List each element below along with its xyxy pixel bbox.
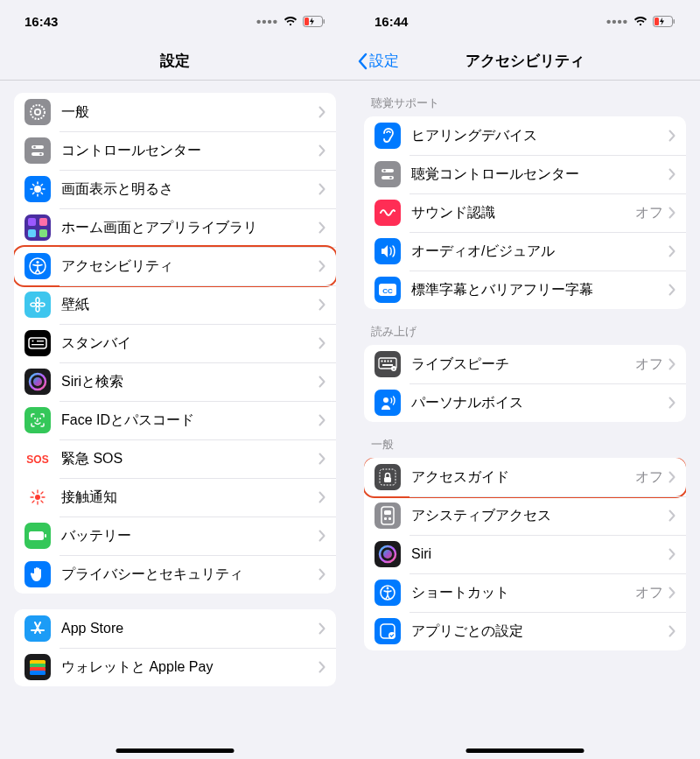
row-accessibility[interactable]: アクセシビリティ: [14, 247, 336, 285]
row-label: バッテリー: [61, 527, 318, 545]
svg-line-17: [41, 185, 43, 186]
row-battery[interactable]: バッテリー: [14, 517, 336, 555]
svg-line-48: [41, 492, 43, 494]
svg-rect-2: [324, 19, 326, 24]
row-label: 緊急 SOS: [61, 450, 318, 468]
switches-icon: [24, 137, 51, 164]
row-ear[interactable]: ヒアリングデバイス: [364, 116, 686, 155]
row-standby[interactable]: スタンバイ: [14, 324, 336, 362]
svg-rect-73: [382, 364, 393, 366]
row-per-app[interactable]: アプリごとの設定: [364, 612, 686, 650]
row-label: オーディオ/ビジュアル: [411, 242, 668, 261]
row-grid[interactable]: ホーム画面とアプリライブラリ: [14, 208, 336, 247]
svg-point-28: [31, 303, 36, 306]
page-title: 設定: [160, 51, 190, 71]
svg-rect-58: [30, 671, 46, 675]
settings-group: 一般 コントロールセンター 画面表示と明るさ ホーム画面とアプリライブラリ アク…: [14, 93, 336, 594]
accessibility-list[interactable]: 聴覚サポート ヒアリングデバイス 聴覚コントロールセンター サウンド認識 オフ …: [350, 81, 700, 759]
row-label: Siri: [411, 546, 668, 562]
row-hand[interactable]: プライバシーとセキュリティ: [14, 555, 336, 594]
settings-group: App Store ウォレットと Apple Pay: [14, 609, 336, 686]
home-indicator[interactable]: [116, 748, 234, 753]
settings-list[interactable]: 一般 コントロールセンター 画面表示と明るさ ホーム画面とアプリライブラリ アク…: [0, 81, 350, 759]
back-button[interactable]: 設定: [357, 51, 399, 71]
svg-point-87: [387, 587, 389, 590]
row-status: オフ: [635, 584, 663, 602]
battery-icon: [24, 523, 51, 549]
row-gear[interactable]: 一般: [14, 93, 336, 131]
wave-icon: [374, 200, 401, 226]
row-sos[interactable]: SOS 緊急 SOS: [14, 439, 336, 478]
svg-line-46: [41, 501, 43, 502]
svg-line-14: [33, 185, 35, 186]
section-header: 読み上げ: [364, 309, 686, 345]
svg-point-76: [383, 397, 388, 403]
svg-text:+: +: [393, 367, 396, 371]
svg-rect-80: [384, 510, 391, 515]
row-label: App Store: [61, 621, 318, 636]
chevron-right-icon: [318, 183, 326, 195]
svg-rect-30: [29, 338, 46, 348]
row-lock[interactable]: アクセスガイド オフ: [364, 458, 686, 496]
row-person-voice[interactable]: パーソナルボイス: [364, 383, 686, 422]
row-label: ウォレットと Apple Pay: [61, 658, 318, 677]
chevron-right-icon: [318, 144, 326, 157]
row-assistive[interactable]: アシスティブアクセス: [364, 496, 686, 535]
row-brightness[interactable]: 画面表示と明るさ: [14, 170, 336, 208]
row-appstore[interactable]: App Store: [14, 609, 336, 648]
svg-rect-70: [384, 361, 386, 362]
accessibility-icon: [24, 253, 51, 279]
row-label: アクセシビリティ: [61, 257, 318, 276]
brightness-icon: [24, 176, 51, 202]
svg-rect-19: [28, 218, 36, 226]
chevron-right-icon: [318, 260, 326, 272]
chevron-right-icon: [668, 284, 676, 296]
svg-rect-32: [37, 341, 44, 341]
row-exposure[interactable]: 接触通知: [14, 478, 336, 517]
svg-point-37: [34, 418, 36, 419]
row-shortcut[interactable]: ショートカット オフ: [364, 573, 686, 612]
wallet-icon: [24, 654, 51, 680]
person-voice-icon: [374, 390, 401, 416]
lock-icon: [374, 464, 401, 490]
cellular-icon: ••••: [606, 14, 628, 29]
svg-rect-64: [382, 176, 394, 179]
chevron-right-icon: [668, 245, 676, 257]
shortcut-icon: [374, 580, 401, 606]
row-label: アシスティブアクセス: [411, 507, 668, 525]
row-switches[interactable]: 聴覚コントロールセンター: [364, 155, 686, 193]
row-speaker[interactable]: オーディオ/ビジュアル: [364, 232, 686, 271]
home-indicator[interactable]: [466, 748, 584, 753]
nav-bar: 設定: [0, 42, 350, 81]
battery-low-icon: [303, 16, 326, 27]
svg-rect-79: [382, 507, 394, 524]
phone-left: 16:43 •••• 設定 一般 コントロールセンター 画面表示と明るさ ホーム…: [0, 0, 350, 759]
svg-point-9: [34, 186, 41, 193]
status-time: 16:44: [374, 14, 408, 29]
back-label: 設定: [369, 51, 399, 71]
svg-point-65: [389, 177, 392, 179]
row-switches[interactable]: コントロールセンター: [14, 131, 336, 170]
row-cc[interactable]: CC 標準字幕とバリアフリー字幕: [364, 271, 686, 309]
ear-icon: [374, 123, 401, 149]
row-status: オフ: [635, 355, 663, 374]
row-flower[interactable]: 壁紙: [14, 285, 336, 324]
row-keyboard[interactable]: + ライブスピーチ オフ: [364, 345, 686, 383]
chevron-right-icon: [318, 376, 326, 388]
row-wave[interactable]: サウンド認識 オフ: [364, 193, 686, 232]
row-siri[interactable]: Siriと検索: [14, 362, 336, 401]
row-label: パーソナルボイス: [411, 394, 668, 412]
gear-icon: [24, 99, 51, 125]
section-header: 聴覚サポート: [364, 81, 686, 116]
svg-point-38: [39, 418, 41, 419]
nav-bar: 設定 アクセシビリティ: [350, 42, 700, 81]
chevron-right-icon: [318, 221, 326, 234]
svg-point-31: [32, 341, 34, 342]
svg-point-26: [36, 298, 39, 303]
row-faceid[interactable]: Face IDとパスコード: [14, 401, 336, 439]
status-icons: ••••: [606, 14, 676, 29]
chevron-right-icon: [668, 548, 676, 560]
row-wallet[interactable]: ウォレットと Apple Pay: [14, 648, 336, 686]
row-siri[interactable]: Siri: [364, 535, 686, 573]
row-label: Siriと検索: [61, 373, 318, 391]
